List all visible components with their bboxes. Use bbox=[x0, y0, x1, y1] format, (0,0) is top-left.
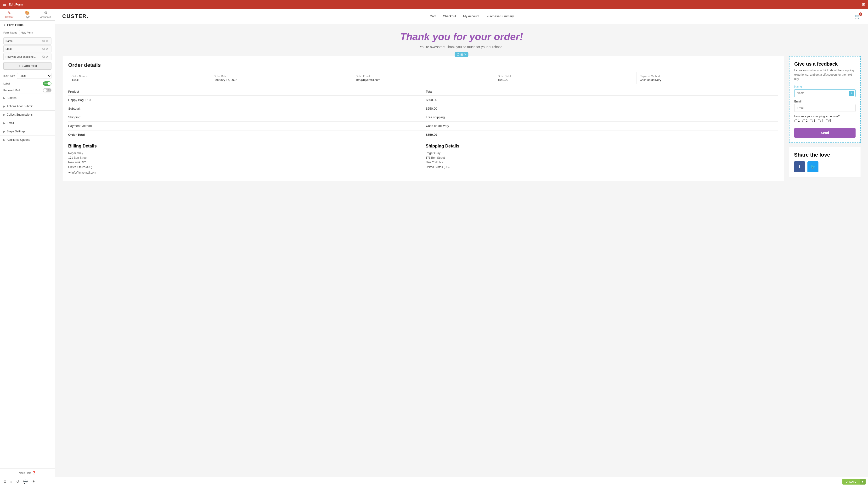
field-delete-btn-shopping[interactable]: ✕ bbox=[45, 55, 49, 59]
field-delete-btn-name[interactable]: ✕ bbox=[45, 39, 49, 43]
update-button[interactable]: UPDATE bbox=[842, 479, 860, 485]
nav-checkout[interactable]: Checkout bbox=[443, 14, 456, 18]
cart-icon[interactable]: 🛒 0 bbox=[855, 13, 861, 19]
need-help[interactable]: Need Help ❓ bbox=[3, 471, 52, 475]
rating-field-group: How was your shopping experince? 1 2 3 4… bbox=[794, 115, 856, 122]
actions-after-submit-section: ▶ Actions After Submit bbox=[0, 102, 55, 110]
send-button[interactable]: Send bbox=[794, 128, 856, 138]
share-section: Share the love f 🐦 bbox=[789, 147, 861, 177]
col-total: Total bbox=[426, 88, 778, 95]
required-mark-toggle-row: Required Mark HIDE bbox=[0, 87, 55, 94]
order-column: Order details Order Number 14441 Order D… bbox=[62, 56, 784, 181]
name-field-group: Name ✎ bbox=[794, 85, 856, 97]
chevron-right-icon-5: ▶ bbox=[3, 130, 5, 133]
radio-4[interactable]: 4 bbox=[818, 119, 823, 122]
hamburger-icon[interactable]: ☰ bbox=[3, 2, 6, 7]
actions-after-submit-header[interactable]: ▶ Actions After Submit bbox=[0, 102, 55, 110]
form-name-input[interactable] bbox=[19, 30, 55, 35]
sidebar-content: ▼ Form Fields Form Name Name ⧉ ✕ Email ⧉… bbox=[0, 21, 55, 468]
facebook-icon: f bbox=[799, 165, 800, 169]
email-input[interactable] bbox=[794, 104, 856, 112]
widget-area: ⬡ ⊞ ✕ Order details Order Number bbox=[62, 56, 861, 181]
field-copy-btn-email[interactable]: ⧉ bbox=[42, 47, 45, 51]
page-content: Thank you for your order! You're awesome… bbox=[55, 24, 868, 188]
buttons-header[interactable]: ▶ Buttons bbox=[0, 94, 55, 102]
top-bar-title: Edit Form bbox=[9, 3, 23, 6]
order-table: Product Total Happy Bag × 10 $550.00 bbox=[68, 88, 778, 139]
input-size-select[interactable]: Small Medium Large bbox=[17, 73, 52, 79]
toggle-hide-label: HIDE bbox=[46, 89, 51, 91]
sidebar-footer: Need Help ❓ bbox=[0, 468, 55, 477]
layers-icon-btn[interactable]: ≡ bbox=[9, 479, 13, 485]
social-buttons: f 🐦 bbox=[794, 161, 856, 172]
collect-submissions-section: ▶ Collect Submissions bbox=[0, 110, 55, 119]
tab-content[interactable]: ✎ Content bbox=[0, 9, 18, 20]
tab-advanced[interactable]: ⚙ Advanced bbox=[37, 9, 55, 20]
share-title: Share the love bbox=[794, 152, 856, 158]
order-title: Order details bbox=[68, 62, 778, 68]
email-header[interactable]: ▶ Email bbox=[0, 119, 55, 127]
field-copy-btn-name[interactable]: ⧉ bbox=[42, 39, 45, 43]
nav-account[interactable]: My Account bbox=[463, 14, 479, 18]
tab-style[interactable]: 🎨 Style bbox=[18, 9, 36, 20]
radio-2[interactable]: 2 bbox=[802, 119, 808, 122]
required-mark-toggle[interactable]: HIDE bbox=[43, 88, 52, 92]
rating-label: How was your shopping experince? bbox=[794, 115, 856, 118]
field-copy-btn-shopping[interactable]: ⧉ bbox=[42, 55, 45, 59]
widget-move-icon[interactable]: ⬡ bbox=[457, 53, 459, 56]
order-meta: Order Number 14441 Order Date February 1… bbox=[68, 72, 778, 84]
table-row: Happy Bag × 10 $550.00 bbox=[68, 95, 778, 104]
chevron-right-icon: ▶ bbox=[3, 96, 5, 100]
field-delete-btn-email[interactable]: ✕ bbox=[45, 47, 49, 51]
main-layout: ✎ Content 🎨 Style ⚙ Advanced ▼ Form Fiel… bbox=[0, 9, 868, 477]
eye-icon-btn[interactable]: 👁 bbox=[31, 479, 36, 485]
payment-row: Payment Method Cash on delivery bbox=[68, 122, 778, 130]
add-item-button[interactable]: ＋ + ADD ITEM bbox=[3, 62, 52, 70]
meta-payment-method: Payment Method Cash on delivery bbox=[637, 72, 778, 84]
grid-icon[interactable]: ⊞ bbox=[862, 2, 865, 7]
col-product: Product bbox=[68, 88, 426, 95]
shipping-address: Roger Gray 171 Ben Street New York, NY U… bbox=[426, 151, 778, 170]
collect-submissions-header[interactable]: ▶ Collect Submissions bbox=[0, 111, 55, 119]
widget-close-icon[interactable]: ✕ bbox=[464, 53, 467, 56]
widget-grid-icon[interactable]: ⊞ bbox=[460, 53, 463, 56]
label-toggle-row: Label SHOW bbox=[0, 80, 55, 87]
twitter-icon: 🐦 bbox=[810, 164, 815, 170]
meta-order-number: Order Number 14441 bbox=[68, 72, 210, 84]
meta-order-date: Order Date February 15, 2022 bbox=[210, 72, 352, 84]
name-field-edit-icon[interactable]: ✎ bbox=[849, 91, 854, 96]
order-total-row: Order Total $550.00 bbox=[68, 130, 778, 139]
email-icon: ✉ bbox=[68, 171, 71, 175]
history-icon-btn[interactable]: ↺ bbox=[15, 479, 20, 485]
comments-icon-btn[interactable]: 💬 bbox=[22, 479, 29, 485]
sidebar: ✎ Content 🎨 Style ⚙ Advanced ▼ Form Fiel… bbox=[0, 9, 55, 477]
settings-icon-btn[interactable]: ⚙ bbox=[2, 479, 7, 485]
radio-3[interactable]: 3 bbox=[810, 119, 815, 122]
form-fields-header[interactable]: ▼ Form Fields bbox=[0, 21, 55, 29]
feedback-column: Give us a feedback Let us know what you … bbox=[789, 56, 861, 181]
style-icon: 🎨 bbox=[25, 10, 30, 15]
nav-purchase[interactable]: Purchase Summary bbox=[487, 14, 514, 18]
update-split-button[interactable]: ▼ bbox=[860, 479, 866, 485]
steps-settings-header[interactable]: ▶ Steps Settings bbox=[0, 127, 55, 135]
additional-options-header[interactable]: ▶ Additional Options bbox=[0, 136, 55, 144]
feedback-title: Give us a feedback bbox=[794, 61, 856, 67]
radio-1[interactable]: 1 bbox=[794, 119, 800, 122]
input-size-row: Input Size Small Medium Large bbox=[0, 71, 55, 80]
radio-5[interactable]: 5 bbox=[826, 119, 831, 122]
email-field-group: Email bbox=[794, 100, 856, 112]
form-name-row: Form Name bbox=[0, 29, 55, 37]
brand-logo: CUSTER. bbox=[62, 13, 89, 20]
label-toggle[interactable]: SHOW bbox=[43, 82, 52, 86]
plus-icon: ＋ bbox=[18, 64, 21, 68]
thank-you-title: Thank you for your order! bbox=[62, 31, 861, 42]
twitter-button[interactable]: 🐦 bbox=[807, 161, 818, 172]
chevron-icon: ▼ bbox=[3, 24, 6, 26]
radio-group: 1 2 3 4 5 bbox=[794, 119, 856, 122]
nav-cart[interactable]: Cart bbox=[430, 14, 436, 18]
meta-order-total: Order Total $550.00 bbox=[494, 72, 636, 84]
content-icon: ✎ bbox=[8, 10, 11, 15]
facebook-button[interactable]: f bbox=[794, 161, 805, 172]
advanced-icon: ⚙ bbox=[44, 10, 48, 15]
name-input[interactable] bbox=[794, 89, 856, 97]
